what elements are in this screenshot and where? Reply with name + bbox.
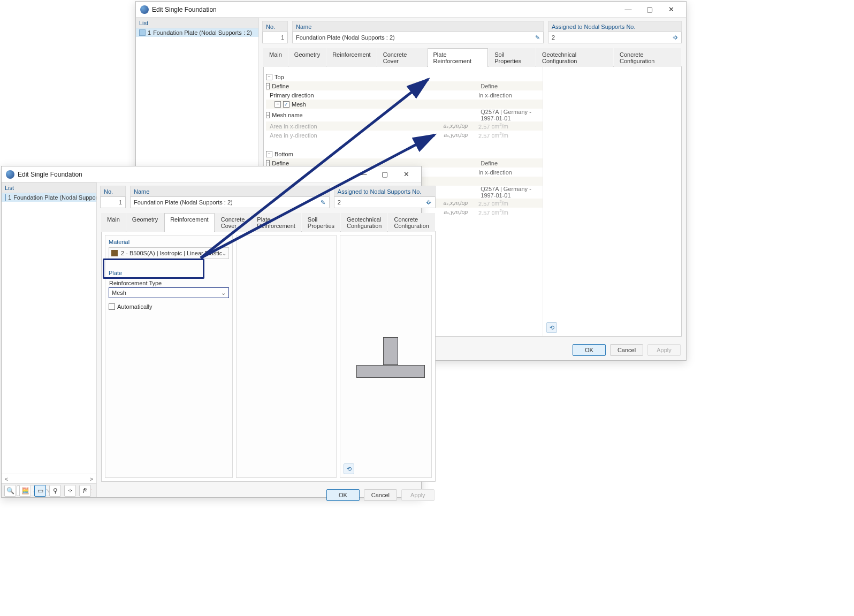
scrollbar[interactable]: < >	[2, 474, 96, 483]
list-item[interactable]: 1 Foundation Plate (Nodal Supports : 2)	[136, 28, 258, 37]
plate-shape	[356, 365, 425, 378]
mesh-checkbox[interactable]	[283, 101, 289, 108]
scroll-right-icon[interactable]: >	[88, 475, 95, 483]
chevron-down-icon: ⌄	[222, 250, 226, 256]
dock-tool-6-icon[interactable]: f²	[79, 485, 91, 497]
window-title: Edit Single Foundation	[18, 171, 353, 178]
extra-tool-button[interactable]: ⟲	[546, 322, 557, 333]
plate-section-title: Plate	[105, 267, 232, 278]
extra-tool-button[interactable]: ⟲	[344, 463, 354, 474]
collapse-icon[interactable]: −	[266, 151, 272, 157]
automatically-checkbox[interactable]	[109, 303, 115, 310]
collapse-icon[interactable]: −	[266, 83, 270, 89]
tab-reinforcement[interactable]: Reinforcement	[164, 213, 215, 232]
cancel-button[interactable]: Cancel	[364, 489, 397, 501]
scroll-left-icon[interactable]: <	[3, 475, 10, 483]
tab-geotechnical-configuration[interactable]: Geotechnical Configuration	[536, 48, 613, 67]
ok-button[interactable]: OK	[573, 344, 606, 356]
list-panel: List 1 Foundation Plate (Nodal Supports …	[2, 182, 97, 497]
pick-node-icon[interactable]: ⯐	[670, 33, 680, 42]
list-header: List	[2, 182, 96, 193]
tree-row-mesh-name[interactable]: − Mesh name Q257A | Germany - 1997-01-01	[266, 109, 543, 121]
name-label: Name	[296, 24, 311, 30]
dialog-edit-single-foundation-front: Edit Single Foundation — ▢ ✕ List 1 Foun…	[1, 166, 422, 498]
tree-row-primary-direction[interactable]: Primary direction In x-direction	[266, 90, 543, 100]
tab-concrete-cover[interactable]: Concrete Cover	[377, 48, 427, 67]
tab-reinforcement[interactable]: Reinforcement	[326, 48, 377, 67]
no-label: No.	[266, 24, 275, 30]
assign-input[interactable]: 2 ⯐	[548, 32, 682, 43]
cancel-button[interactable]: Cancel	[610, 344, 643, 356]
ok-button[interactable]: OK	[326, 489, 360, 501]
column-shape	[383, 337, 398, 365]
tab-soil-properties[interactable]: Soil Properties	[489, 48, 536, 67]
tree-row-define[interactable]: − Define Define	[266, 81, 543, 90]
close-button[interactable]: ✕	[660, 2, 682, 17]
material-color-icon	[111, 250, 118, 256]
reinforcement-type-box: Reinforcement Type Mesh ⌄	[109, 280, 229, 298]
tree-section-bottom[interactable]: − Bottom	[266, 149, 543, 158]
minimize-button[interactable]: —	[353, 167, 374, 182]
tab-geometry[interactable]: Geometry	[288, 48, 326, 67]
number-field: No. 1	[100, 186, 126, 208]
pick-node-icon[interactable]: ⯐	[424, 197, 434, 207]
foundation-preview	[340, 235, 431, 477]
list-body[interactable]: 1 Foundation Plate (Nodal Supports : 2)	[2, 193, 96, 474]
tab-plate-reinforcement[interactable]: Plate Reinforcement	[428, 48, 489, 67]
number-field: No. 1	[262, 21, 288, 43]
dialog-body: List 1 Foundation Plate (Nodal Supports …	[2, 182, 421, 497]
assign-field: Assigned to Nodal Supports No. 2 ⯐	[548, 21, 682, 43]
collapse-icon[interactable]: −	[266, 112, 270, 118]
window-title: Edit Single Foundation	[152, 6, 617, 13]
reinforcement-panel: Material 2 - B500S(A) | Isotropic | Line…	[101, 232, 436, 482]
tab-concrete-cover[interactable]: Concrete Cover	[215, 213, 251, 232]
list-item[interactable]: 1 Foundation Plate (Nodal Supports : 2)	[2, 193, 96, 202]
preview-column: ⟲	[340, 235, 432, 478]
tree-row-area-y: Area in y-direction aₛ,y,m,top 2.57 cm2/…	[266, 131, 543, 140]
edit-name-icon[interactable]: ✎	[318, 197, 328, 207]
tab-main[interactable]: Main	[101, 213, 126, 232]
automatically-row[interactable]: Automatically	[109, 303, 229, 310]
dock-toolbar: 🔍 🧮 ▭ ⚲ ⁘ f²	[4, 485, 91, 497]
titlebar: Edit Single Foundation — ▢ ✕	[2, 166, 421, 182]
material-select[interactable]: 2 - B500S(A) | Isotropic | Linear Elasti…	[109, 247, 229, 259]
assign-field: Assigned to Nodal Supports No. 2 ⯐	[334, 186, 436, 208]
name-field: Name Foundation Plate (Nodal Supports : …	[130, 186, 330, 208]
collapse-icon[interactable]: −	[274, 101, 281, 108]
assign-label: Assigned to Nodal Supports No.	[552, 24, 636, 30]
maximize-button[interactable]: ▢	[639, 2, 660, 17]
dock-tool-1-icon[interactable]: 🔍	[4, 485, 16, 497]
name-input[interactable]: Foundation Plate (Nodal Supports : 2) ✎	[130, 196, 330, 208]
chevron-down-icon: ⌄	[221, 290, 226, 296]
tab-concrete-configuration[interactable]: Concrete Configuration	[388, 213, 434, 232]
reinforcement-type-label: Reinforcement Type	[109, 280, 229, 286]
no-value[interactable]: 1	[262, 32, 288, 43]
list-item-text: Foundation Plate (Nodal Supports : 2)	[153, 29, 252, 36]
minimize-button[interactable]: —	[617, 2, 639, 17]
reinforcement-type-select[interactable]: Mesh ⌄	[109, 287, 229, 298]
titlebar: Edit Single Foundation — ▢ ✕	[136, 2, 686, 18]
color-swatch-icon	[5, 194, 6, 201]
dock-tool-2-icon[interactable]: 🧮	[19, 485, 31, 497]
edit-name-icon[interactable]: ✎	[532, 33, 542, 42]
no-value[interactable]: 1	[100, 196, 126, 208]
header-fields: No. 1 Name Foundation Plate (Nodal Suppo…	[97, 182, 440, 208]
collapse-icon[interactable]: −	[266, 74, 272, 80]
dock-tool-3-icon[interactable]: ▭	[34, 485, 46, 497]
dock-tool-5-icon[interactable]: ⁘	[64, 485, 76, 497]
dock-tool-4-icon[interactable]: ⚲	[49, 485, 61, 497]
tab-main[interactable]: Main	[263, 48, 288, 67]
tab-soil-properties[interactable]: Soil Properties	[302, 213, 340, 232]
tree-row-mesh[interactable]: − Mesh	[266, 100, 543, 109]
tree-section-top[interactable]: − Top	[266, 72, 543, 81]
close-button[interactable]: ✕	[395, 167, 417, 182]
apply-button: Apply	[401, 489, 434, 501]
name-input[interactable]: Foundation Plate (Nodal Supports : 2) ✎	[292, 32, 544, 43]
tab-geometry[interactable]: Geometry	[126, 213, 164, 232]
tab-plate-reinforcement[interactable]: Plate Reinforcement	[251, 213, 301, 232]
assign-input[interactable]: 2 ⯐	[334, 196, 436, 208]
tab-geotechnical-configuration[interactable]: Geotechnical Configuration	[341, 213, 387, 232]
tab-concrete-configuration[interactable]: Concrete Configuration	[614, 48, 681, 67]
maximize-button[interactable]: ▢	[374, 167, 395, 182]
collapse-icon[interactable]: −	[266, 160, 270, 166]
